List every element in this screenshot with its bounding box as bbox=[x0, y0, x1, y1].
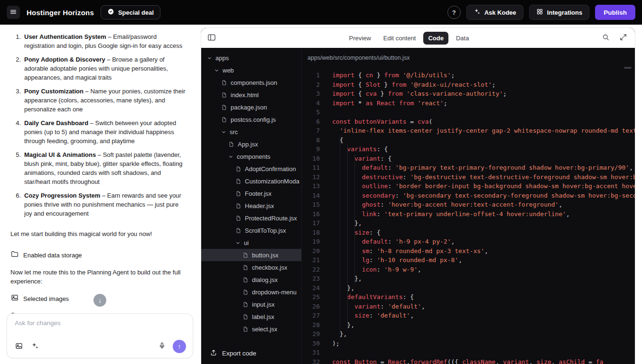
tree-file-input.jsx[interactable]: input.jsx bbox=[201, 298, 301, 310]
tab-code[interactable]: Code bbox=[423, 32, 448, 45]
line-number: 25 bbox=[305, 292, 320, 302]
tree-file-customizationmoda[interactable]: CustomizationModa bbox=[201, 175, 301, 187]
status-enabled-label: Enabled data storage bbox=[23, 251, 82, 260]
tab-data[interactable]: Data bbox=[451, 32, 474, 45]
feature-item: 1.User Authentication System – Email/pas… bbox=[10, 32, 188, 50]
line-text: import { cva } from 'class-variance-auth… bbox=[332, 89, 507, 99]
tree-file-package.json[interactable]: package.json bbox=[201, 101, 301, 113]
file-icon bbox=[235, 203, 242, 209]
tree-file-header.jsx[interactable]: Header.jsx bbox=[201, 200, 301, 212]
arrow-up-icon: ↑ bbox=[178, 343, 181, 350]
tree-folder-web[interactable]: web bbox=[201, 64, 301, 76]
special-deal-button[interactable]: Special deal bbox=[101, 5, 160, 19]
code-line: 8 { bbox=[302, 136, 635, 145]
feature-number: 2. bbox=[10, 55, 21, 82]
tree-file-app.jsx[interactable]: App.jsx bbox=[201, 138, 301, 150]
line-number: 6 bbox=[305, 117, 320, 127]
tree-file-postcss.config.js[interactable]: postcss.config.js bbox=[201, 113, 301, 126]
tree-file-select.jsx[interactable]: select.jsx bbox=[201, 323, 301, 335]
folder-icon bbox=[10, 250, 19, 261]
feature-text: Pony Adoption & Discovery – Browse a gal… bbox=[24, 55, 188, 82]
tree-file-label.jsx[interactable]: label.jsx bbox=[201, 310, 301, 323]
code-line: 17 }, bbox=[302, 218, 635, 228]
image-icon bbox=[15, 342, 23, 352]
code-line: 12 destructive: 'bg-destructive text-des… bbox=[302, 173, 635, 182]
search-icon bbox=[602, 33, 610, 43]
tree-file-adoptconfirmation[interactable]: AdoptConfirmation bbox=[201, 163, 301, 175]
code-line: 11 default: 'bg-primary text-primary-for… bbox=[302, 163, 635, 173]
line-text: size: 'default', bbox=[332, 311, 414, 320]
tree-file-checkbox.jsx[interactable]: checkbox.jsx bbox=[201, 261, 301, 273]
app-root: Hostinger Horizons Special deal ? Ask Ko… bbox=[0, 0, 642, 364]
editor-panel: PreviewEdit contentCodeData appswebcompo… bbox=[201, 27, 635, 364]
indent-guide bbox=[354, 154, 355, 283]
enhance-prompt-button[interactable] bbox=[31, 342, 39, 352]
code-line: 10 variant: { bbox=[302, 154, 635, 164]
file-icon bbox=[235, 166, 242, 172]
line-text: ghost: 'hover:bg-accent hover:text-accen… bbox=[332, 200, 562, 209]
tree-item-label: dialog.jsx bbox=[252, 276, 278, 283]
send-button[interactable]: ↑ bbox=[173, 340, 186, 353]
line-number: 19 bbox=[305, 237, 320, 246]
tree-file-index.html[interactable]: index.html bbox=[201, 89, 301, 101]
tree-item-label: index.html bbox=[231, 91, 259, 99]
feature-text: Cozy Progression System – Earn rewards a… bbox=[24, 191, 188, 218]
chevron-down-icon bbox=[214, 68, 219, 73]
feature-number: 3. bbox=[10, 87, 21, 114]
image-icon bbox=[10, 293, 19, 304]
chat-input-toolbar: ↑ bbox=[15, 340, 186, 353]
tab-preview[interactable]: Preview bbox=[344, 32, 376, 45]
tree-file-components.json[interactable]: components.json bbox=[201, 76, 301, 89]
tree-item-label: checkbox.jsx bbox=[252, 264, 287, 271]
tree-file-dialog.jsx[interactable]: dialog.jsx bbox=[201, 273, 301, 286]
line-text: import { cn } from '@/lib/utils'; bbox=[332, 71, 455, 80]
fullscreen-button[interactable] bbox=[619, 33, 627, 43]
feature-item: 6.Cozy Progression System – Earn rewards… bbox=[10, 191, 188, 218]
tree-file-scrolltotop.jsx[interactable]: ScrollToTop.jsx bbox=[201, 224, 301, 237]
topbar: Hostinger Horizons Special deal ? Ask Ko… bbox=[0, 0, 642, 25]
ask-input[interactable] bbox=[15, 319, 186, 327]
file-tree: appswebcomponents.jsonindex.htmlpackage.… bbox=[201, 48, 302, 364]
chat-panel: 1.User Authentication System – Email/pas… bbox=[0, 25, 199, 364]
tab-edit-content[interactable]: Edit content bbox=[379, 32, 421, 45]
tree-folder-components[interactable]: components bbox=[201, 150, 301, 163]
scroll-to-bottom-button[interactable]: ↓ bbox=[93, 294, 106, 307]
tree-folder-ui[interactable]: ui bbox=[201, 237, 301, 249]
feature-text: Pony Customization – Name your ponies, c… bbox=[24, 87, 188, 114]
menu-button[interactable] bbox=[7, 6, 20, 19]
line-text: const buttonVariants = cva( bbox=[332, 117, 432, 127]
attach-image-button[interactable] bbox=[15, 342, 23, 352]
microphone-button[interactable] bbox=[158, 342, 166, 351]
export-code-button[interactable]: Export code bbox=[201, 342, 301, 364]
tree-file-protectedroute.jsx[interactable]: ProtectedRoute.jsx bbox=[201, 212, 301, 224]
line-text: }, bbox=[332, 283, 354, 293]
tree-file-dropdown-menu[interactable]: dropdown-menu bbox=[201, 286, 301, 298]
special-deal-label: Special deal bbox=[118, 9, 154, 16]
integrations-button[interactable]: Integrations bbox=[529, 5, 589, 20]
indent-guide bbox=[347, 145, 348, 329]
line-number: 2 bbox=[305, 80, 320, 90]
tree-item-label: label.jsx bbox=[252, 313, 274, 320]
tree-item-label: CustomizationModa bbox=[245, 178, 299, 185]
code-editor[interactable]: 1import { cn } from '@/lib/utils';2impor… bbox=[302, 68, 635, 364]
code-line: 22 icon: 'h-9 w-9', bbox=[302, 265, 635, 274]
tree-folder-apps[interactable]: apps bbox=[201, 52, 301, 64]
feature-number: 1. bbox=[10, 32, 21, 50]
help-button[interactable]: ? bbox=[447, 6, 461, 19]
line-text: secondary: 'bg-secondary text-secondary-… bbox=[332, 191, 635, 200]
tree-file-button.jsx[interactable]: button.jsx bbox=[201, 249, 301, 261]
code-line: 1import { cn } from '@/lib/utils'; bbox=[302, 71, 635, 80]
tree-folder-src[interactable]: src bbox=[201, 126, 301, 138]
search-button[interactable] bbox=[602, 33, 610, 43]
integrations-label: Integrations bbox=[547, 9, 582, 16]
line-number: 7 bbox=[305, 126, 320, 136]
ask-kodee-button[interactable]: Ask Kodee bbox=[466, 5, 523, 20]
line-number: 21 bbox=[305, 255, 320, 265]
code-line: 4import * as React from 'react'; bbox=[302, 99, 635, 108]
tree-item-label: components.json bbox=[231, 79, 277, 86]
tree-item-label: ScrollToTop.jsx bbox=[245, 227, 286, 234]
sidebar-toggle-button[interactable] bbox=[207, 33, 216, 44]
publish-button[interactable]: Publish bbox=[595, 5, 635, 20]
tree-file-footer.jsx[interactable]: Footer.jsx bbox=[201, 187, 301, 200]
feature-text: Magical UI & Animations – Soft pastel pa… bbox=[24, 150, 188, 186]
